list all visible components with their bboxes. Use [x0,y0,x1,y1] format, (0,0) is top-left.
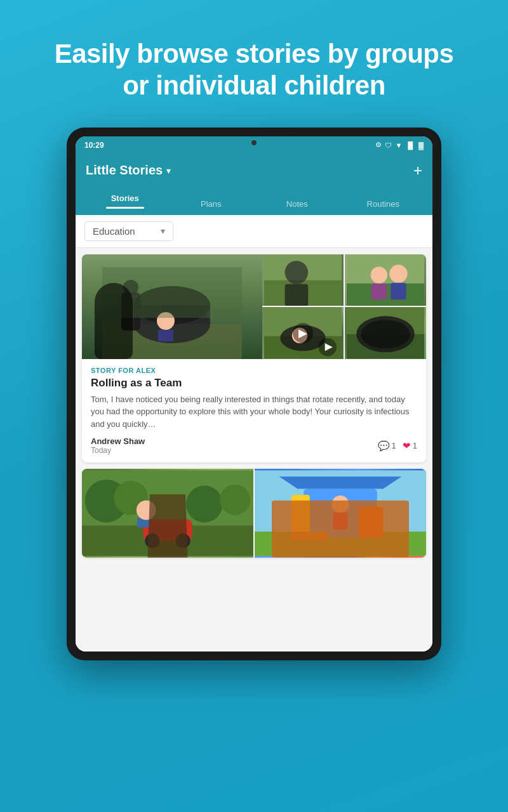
story-2-photos [82,469,426,558]
svg-rect-5 [158,330,173,341]
status-bar: 10:29 ⚙ 🛡 ▼ ▐▌ ▓ [76,136,432,154]
svg-point-22 [292,328,307,343]
story-card-2[interactable] [82,469,426,558]
story-content-1: STORY FOR ALEX Rolling as a Team Tom, I … [82,359,426,463]
story-photo-top-left [262,254,344,306]
tablet-screen: 10:29 ⚙ 🛡 ▼ ▐▌ ▓ Little Stories ▾ + Stor… [76,136,432,652]
app-title-row: Little Stories ▾ [86,163,171,178]
story-photo-bottom-left [262,307,344,359]
comment-count: 1 [392,441,396,450]
tab-plans-label: Plans [201,199,222,209]
tab-stories[interactable]: Stories [82,193,168,215]
story-footer: Andrew Shaw Today 💬 1 ❤ 1 [91,436,417,455]
svg-point-39 [176,534,190,548]
svg-rect-41 [255,532,426,556]
svg-point-17 [389,265,408,283]
story-author: Andrew Shaw [91,436,145,446]
svg-point-37 [137,501,156,520]
svg-point-11 [284,261,308,284]
svg-rect-45 [359,508,384,538]
shield-status-icon: 🛡 [385,141,392,149]
svg-marker-46 [279,476,402,488]
status-icons: ⚙ 🛡 ▼ ▐▌ ▓ [375,141,424,149]
app-title: Little Stories [86,163,163,178]
story-date: Today [91,446,145,455]
filter-arrow-icon: ▾ [161,226,165,236]
signal-status-icon: ▐▌ [405,141,415,149]
like-count: 1 [413,441,417,450]
wifi-status-icon: ▼ [395,141,402,149]
heart-icon: ❤ [403,440,411,452]
svg-point-33 [186,486,223,523]
svg-rect-35 [143,520,192,541]
svg-rect-8 [102,267,242,318]
status-time: 10:29 [84,141,104,150]
tab-plans[interactable]: Plans [168,199,255,215]
svg-point-38 [145,534,159,548]
story-photo-main [82,254,262,359]
story-for-label: STORY FOR ALEX [91,367,417,374]
tab-routines[interactable]: Routines [340,199,427,215]
add-story-button[interactable]: + [413,163,422,178]
svg-rect-12 [284,284,308,306]
tab-routines-label: Routines [367,199,399,209]
battery-status-icon: ▓ [418,141,424,149]
like-reaction: ❤ 1 [403,440,417,452]
comment-reaction: 💬 1 [378,440,396,452]
story-photo-main-img [82,254,262,359]
story-2-photo-right [255,469,426,558]
svg-rect-48 [333,513,347,530]
filter-row: Education ▾ [76,215,432,248]
tablet-device: 10:29 ⚙ 🛡 ▼ ▐▌ ▓ Little Stories ▾ + Stor… [67,128,441,660]
comment-icon: 💬 [378,440,390,452]
education-filter-dropdown[interactable]: Education ▾ [84,221,173,241]
story-photos-1 [82,254,426,359]
tab-stories-underline [106,207,144,209]
story-photo-bottom-right [345,307,426,359]
svg-point-47 [332,495,349,513]
story-author-block: Andrew Shaw Today [91,436,145,455]
story-body-text: Tom, I have noticed you being really int… [91,393,417,431]
story-title: Rolling as a Team [91,377,417,390]
title-dropdown-icon[interactable]: ▾ [166,166,171,176]
svg-rect-43 [291,495,310,538]
story-2-photo-left [82,469,253,558]
story-photo-top-right [345,254,426,306]
svg-point-28 [361,320,410,349]
svg-rect-30 [82,526,253,556]
tab-stories-label: Stories [111,193,139,203]
svg-point-15 [371,266,387,283]
svg-rect-44 [291,532,328,540]
tab-notes[interactable]: Notes [254,199,340,215]
headline: Easily browse stories by groups or indiv… [17,38,492,102]
story-card-1[interactable]: STORY FOR ALEX Rolling as a Team Tom, I … [82,254,426,463]
filter-label: Education [93,226,135,237]
svg-rect-18 [391,283,406,299]
app-bar: Little Stories ▾ + [76,154,432,187]
svg-point-34 [220,485,250,515]
story-reactions: 💬 1 ❤ 1 [378,440,417,452]
tab-bar: Stories Plans Notes Routines [76,187,432,215]
headline-line1: Easily browse stories by groups [55,39,454,69]
tablet-camera [251,140,257,145]
settings-status-icon: ⚙ [375,141,382,149]
story-photo-grid [262,254,426,359]
stories-scroll-area[interactable]: STORY FOR ALEX Rolling as a Team Tom, I … [76,248,432,652]
headline-line2: or individual children [123,70,385,100]
tab-notes-label: Notes [286,199,308,209]
svg-rect-16 [371,284,387,299]
